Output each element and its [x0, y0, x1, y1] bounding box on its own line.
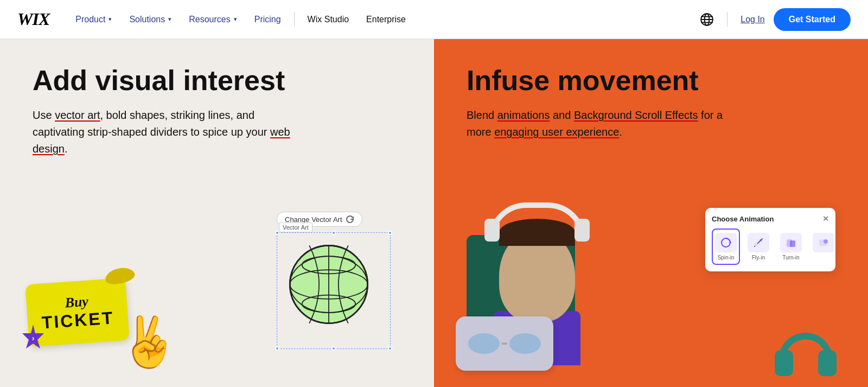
left-panel: Add visual interest Use vector art, bold…	[0, 39, 434, 387]
ticket-buy-text: Buy	[65, 294, 89, 312]
right-desc-mid1: and	[550, 109, 573, 121]
vector-art-frame: Change Vector Art Vector Art	[277, 232, 391, 349]
vr-glasses-card	[456, 316, 553, 371]
nav-item-solutions[interactable]: Solutions ▾	[120, 10, 180, 29]
login-link[interactable]: Log In	[741, 15, 764, 24]
buy-ticket-sticker: Buy TICKET ›	[27, 281, 127, 344]
nav-links: Product ▾ Solutions ▾ Resources ▾ Pricin…	[67, 10, 700, 29]
nav-right: Log In Get Started	[700, 8, 851, 31]
peace-hand-icon: ✌️	[115, 309, 185, 376]
animation-option-spin[interactable]: Spin-in	[712, 229, 740, 265]
turn-icon-box	[780, 233, 802, 252]
animation-panel-title: Choose Animation	[712, 215, 774, 223]
selection-dot-br	[388, 346, 392, 351]
animations-link[interactable]: animations	[497, 109, 550, 121]
turn-icon	[784, 236, 797, 249]
vr-lens-left	[468, 333, 500, 354]
nav-item-product[interactable]: Product ▾	[67, 10, 120, 29]
ticket-label-text: TICKET	[41, 308, 115, 333]
chevron-down-icon: ▾	[168, 16, 171, 23]
vr-bridge	[502, 342, 507, 345]
nav-divider	[294, 12, 295, 27]
selection-dot-tm	[331, 231, 336, 235]
spin-icon	[719, 236, 732, 249]
turn-label: Turn-in	[782, 255, 799, 261]
engaging-ux-link[interactable]: engaging user experience	[494, 126, 619, 138]
left-illustration: Buy TICKET › ✌️ Change Vector Art	[0, 197, 434, 387]
svg-point-17	[755, 243, 758, 246]
badge-star-icon: ›	[19, 323, 47, 352]
right-panel-desc: Blend animations and Background Scroll E…	[467, 107, 727, 141]
refresh-icon	[346, 215, 354, 224]
animation-option-extra[interactable]	[809, 229, 838, 265]
nav-item-enterprise[interactable]: Enterprise	[358, 10, 414, 29]
right-illustration: Choose Animation ✕ Spin-in	[434, 192, 868, 387]
desc-text-end: .	[65, 143, 68, 155]
svg-text:›: ›	[32, 334, 35, 342]
teal-headphones	[770, 300, 841, 387]
animation-options: Spin-in Fly-in	[712, 229, 829, 265]
nav-item-wix-studio[interactable]: Wix Studio	[299, 10, 358, 29]
animation-panel-close[interactable]: ✕	[822, 214, 829, 223]
fly-label: Fly-in	[752, 255, 765, 261]
selection-dot-bm	[331, 346, 336, 351]
right-panel: Infuse movement Blend animations and Bac…	[434, 39, 868, 387]
selection-dot-tl	[275, 231, 279, 235]
extra-icon	[817, 236, 830, 249]
selection-dot-tr	[388, 231, 392, 235]
globe-icon[interactable]	[700, 12, 714, 27]
get-started-button[interactable]: Get Started	[774, 8, 851, 31]
spin-label: Spin-in	[717, 255, 734, 261]
animation-panel: Choose Animation ✕ Spin-in	[705, 208, 835, 271]
spin-icon-box	[715, 233, 737, 252]
svg-point-21	[824, 239, 828, 244]
chevron-down-icon: ▾	[108, 16, 112, 23]
vr-lens-right	[509, 333, 541, 354]
fly-icon-box	[748, 233, 769, 252]
chevron-down-icon: ▾	[234, 16, 237, 23]
content-area: Add visual interest Use vector art, bold…	[0, 39, 868, 387]
nav-item-pricing[interactable]: Pricing	[246, 10, 290, 29]
nav-divider-2	[727, 12, 727, 27]
right-panel-title: Infuse movement	[467, 65, 835, 96]
selection-dot-bl	[275, 346, 279, 351]
vector-art-label: Vector Art	[279, 223, 312, 232]
wix-logo[interactable]: WIX	[17, 9, 49, 29]
nav-item-resources[interactable]: Resources ▾	[180, 10, 245, 29]
globe-vector-art	[277, 233, 380, 336]
vector-art-link[interactable]: vector art	[55, 109, 100, 121]
fly-icon	[752, 236, 765, 249]
right-desc-end: .	[619, 126, 622, 138]
animation-option-turn[interactable]: Turn-in	[777, 229, 805, 265]
animation-panel-header: Choose Animation ✕	[712, 214, 829, 223]
svg-rect-19	[790, 240, 795, 247]
navbar: WIX Product ▾ Solutions ▾ Resources ▾ Pr…	[0, 0, 868, 39]
right-desc-before: Blend	[467, 109, 497, 121]
left-panel-title: Add visual interest	[33, 65, 401, 96]
background-scroll-link[interactable]: Background Scroll Effects	[574, 109, 698, 121]
animation-option-fly[interactable]: Fly-in	[744, 229, 773, 265]
extra-icon-box	[813, 233, 834, 252]
left-panel-desc: Use vector art, bold shapes, striking li…	[33, 107, 293, 157]
desc-text-before: Use	[33, 109, 55, 121]
